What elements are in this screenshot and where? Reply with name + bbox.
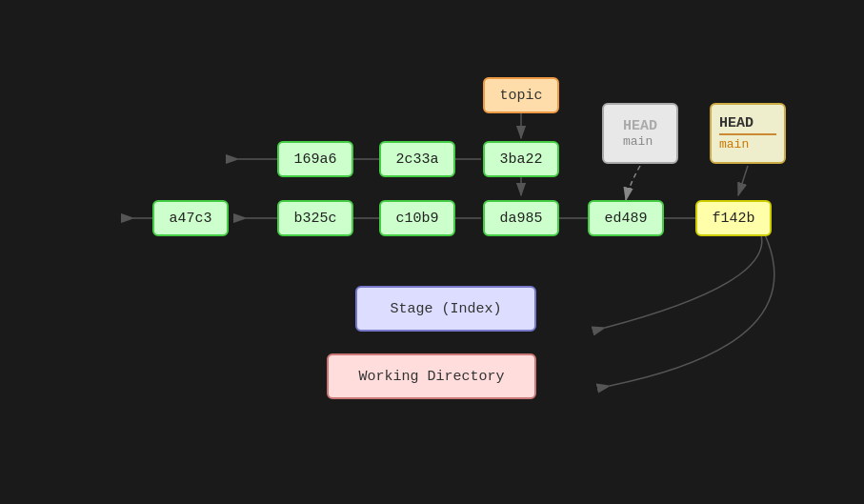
topic-text: topic xyxy=(499,88,542,104)
commit-a47c3-label: a47c3 xyxy=(169,211,211,227)
working-directory-node: Working Directory xyxy=(327,353,536,399)
head-ghost-node: HEAD main xyxy=(602,103,678,164)
topic-label-node: topic xyxy=(483,77,559,113)
stage-index-node: Stage (Index) xyxy=(355,286,536,332)
arrows-layer xyxy=(0,0,864,504)
commit-169a6-label: 169a6 xyxy=(293,151,336,168)
commit-b325c-label: b325c xyxy=(293,211,336,227)
head-ghost-head-label: HEAD xyxy=(623,118,657,134)
diagram-canvas: topic 3ba22 2c33a 169a6 da985 c10b9 b325… xyxy=(0,0,864,504)
commit-3ba22: 3ba22 xyxy=(483,141,559,177)
commit-ed489: ed489 xyxy=(588,200,664,236)
commit-f142b: f142b xyxy=(695,200,772,236)
head-ghost-sub-label: main xyxy=(623,134,657,149)
commit-3ba22-label: 3ba22 xyxy=(499,151,542,168)
head-solid-sub-label: main xyxy=(719,137,776,151)
stage-index-label: Stage (Index) xyxy=(390,301,501,317)
commit-2c33a: 2c33a xyxy=(379,141,455,177)
commit-169a6: 169a6 xyxy=(277,141,353,177)
svg-line-13 xyxy=(738,166,748,195)
commit-c10b9-label: c10b9 xyxy=(395,211,438,227)
commit-2c33a-label: 2c33a xyxy=(395,151,438,168)
head-solid-head-label: HEAD xyxy=(719,115,776,131)
working-directory-label: Working Directory xyxy=(358,369,504,385)
commit-da985: da985 xyxy=(483,200,559,236)
commit-b325c: b325c xyxy=(277,200,353,236)
commit-da985-label: da985 xyxy=(499,211,542,227)
commit-f142b-label: f142b xyxy=(712,211,754,227)
commit-ed489-label: ed489 xyxy=(604,211,647,227)
commit-c10b9: c10b9 xyxy=(379,200,455,236)
commit-a47c3: a47c3 xyxy=(152,200,229,236)
head-solid-node: HEAD main xyxy=(710,103,786,164)
